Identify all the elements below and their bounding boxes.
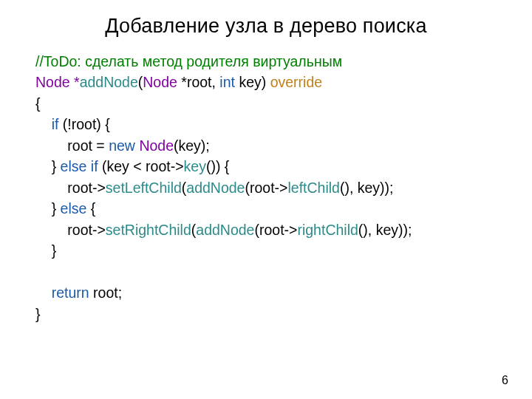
slide-title: Добавление узла в дерево поиска (35, 15, 497, 38)
code-line: } else { (35, 198, 497, 219)
code-line: } (35, 304, 497, 324)
page-number: 6 (502, 374, 508, 387)
todo-comment: //ToDo: сделать метод родителя виртуальн… (35, 53, 342, 69)
code-line: if (!root) { (35, 114, 497, 134)
code-line: root->setRightChild(addNode(root->rightC… (35, 219, 497, 240)
code-line: } (35, 240, 497, 261)
code-line-comment: //ToDo: сделать метод родителя виртуальн… (35, 51, 497, 72)
code-line-signature: Node *addNode(Node *root, int key) overr… (35, 72, 497, 92)
code-line: { (35, 93, 497, 114)
slide: Добавление узла в дерево поиска //ToDo: … (0, 0, 532, 324)
code-line: } else if (key < root->key()) { (35, 156, 497, 177)
code-line-blank (35, 262, 497, 282)
code-line: return root; (35, 282, 497, 303)
code-line: root->setLeftChild(addNode(root->leftChi… (35, 177, 497, 198)
code-block: //ToDo: сделать метод родителя виртуальн… (35, 51, 497, 324)
code-line: root = new Node(key); (35, 135, 497, 156)
